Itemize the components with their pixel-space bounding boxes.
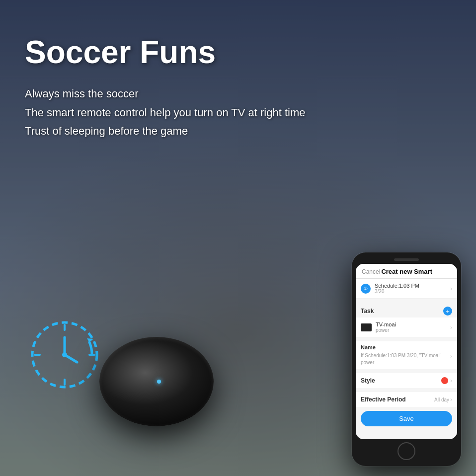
- effective-period-value: All day: [434, 397, 449, 402]
- style-controls: ›: [441, 377, 452, 384]
- task-section-wrapper: Task + TV-moai power ›: [356, 303, 457, 337]
- name-text: If Schedule:1:03 PM 3/20, "TV-moai" powe…: [361, 352, 448, 366]
- task-device-name: TV-moai: [376, 321, 450, 327]
- task-action: power: [376, 327, 450, 333]
- clock-icon-container: [25, 315, 104, 397]
- schedule-row[interactable]: ① Schedule:1:03 PM 3/20 ›: [356, 279, 457, 299]
- subtitle-line-1: Always miss the soccer: [25, 84, 333, 103]
- screen-title: Creat new Smart: [381, 268, 432, 275]
- screen-body: ① Schedule:1:03 PM 3/20 › Task +: [356, 279, 457, 439]
- cancel-button[interactable]: Cancel: [362, 268, 380, 275]
- schedule-text: Schedule:1:03 PM 3/20: [375, 283, 450, 294]
- schedule-label: Schedule:1:03 PM: [375, 283, 450, 289]
- phone-screen: Cancel Creat new Smart ① Schedule:1:03 P…: [356, 264, 457, 439]
- title-block: Soccer Funs Always miss the soccer The s…: [25, 35, 451, 141]
- effective-period-chevron: ›: [450, 396, 452, 403]
- task-text: TV-moai power: [376, 321, 450, 333]
- style-label: Style: [361, 377, 375, 384]
- style-chevron: ›: [450, 377, 452, 384]
- add-task-button[interactable]: +: [443, 307, 452, 316]
- effective-period-label: Effective Period: [361, 396, 406, 403]
- tv-icon: [361, 323, 372, 331]
- schedule-date: 3/20: [375, 289, 450, 294]
- effective-period-row[interactable]: Effective Period All day ›: [356, 392, 457, 407]
- smartphone: Cancel Creat new Smart ① Schedule:1:03 P…: [352, 252, 461, 466]
- smart-remote-device: [99, 337, 214, 426]
- style-color-dot: [441, 377, 448, 384]
- svg-point-7: [62, 352, 67, 357]
- schedule-chevron: ›: [450, 285, 452, 292]
- subtitle-line-2: The smart remote control help you turn o…: [25, 103, 333, 122]
- name-label: Name: [361, 344, 452, 350]
- page-title: Soccer Funs: [25, 35, 451, 70]
- schedule-icon: ①: [361, 284, 371, 294]
- task-label: Task: [361, 308, 374, 315]
- device-led: [157, 380, 161, 384]
- task-chevron: ›: [450, 324, 452, 331]
- device-container: [99, 337, 214, 426]
- effective-period-value-container: All day ›: [434, 396, 452, 403]
- name-value: If Schedule:1:03 PM 3/20, "TV-moai" powe…: [361, 352, 452, 366]
- subtitle-block: Always miss the soccer The smart remote …: [25, 84, 333, 140]
- task-item: TV-moai power ›: [356, 317, 457, 337]
- name-section: Name If Schedule:1:03 PM 3/20, "TV-moai"…: [356, 341, 457, 369]
- task-row[interactable]: TV-moai power ›: [356, 317, 457, 337]
- schedule-section: ① Schedule:1:03 PM 3/20 ›: [356, 279, 457, 299]
- save-button[interactable]: Save: [361, 411, 452, 426]
- phone-home-button[interactable]: [397, 442, 415, 460]
- task-section-header: Task +: [356, 303, 457, 317]
- subtitle-line-3: Trust of sleeping before the game: [25, 122, 333, 140]
- phone-speaker: [394, 258, 419, 261]
- name-chevron: ›: [450, 352, 452, 361]
- screen-header: Cancel Creat new Smart: [356, 264, 457, 279]
- clock-icon: [25, 315, 104, 395]
- style-section[interactable]: Style ›: [356, 373, 457, 388]
